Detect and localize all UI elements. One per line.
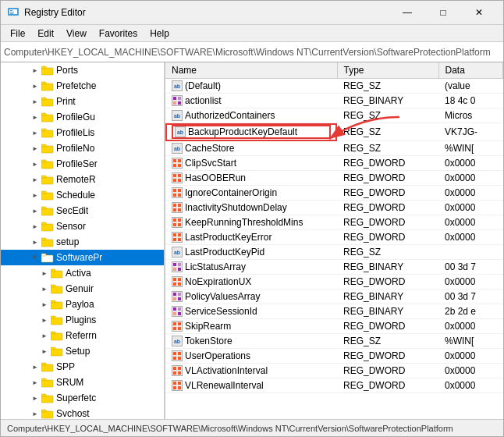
- tree-toggle[interactable]: ►: [29, 64, 41, 76]
- tree-toggle[interactable]: ►: [29, 126, 41, 139]
- table-row[interactable]: LastProductKeyErrorREG_DWORD0x0000: [165, 230, 503, 245]
- tree-toggle[interactable]: ►: [29, 407, 41, 419]
- tree-toggle[interactable]: ►: [29, 189, 41, 201]
- tree-item-21[interactable]: ► Superfetc: [1, 390, 164, 406]
- table-row[interactable]: VLRenewalIntervalREG_DWORD0x0000: [165, 378, 503, 393]
- svg-rect-95: [173, 297, 176, 300]
- table-row[interactable]: SkipRearmREG_DWORD0x0000: [165, 319, 503, 334]
- tree-item-12[interactable]: ► SoftwarePr: [1, 250, 164, 265]
- maximize-button[interactable]: □: [425, 1, 461, 25]
- table-row[interactable]: VLActivationIntervalREG_DWORD0x0000: [165, 364, 503, 378]
- table-row[interactable]: abBackupProductKeyDefaultREG_SZVK7JG-: [165, 123, 503, 141]
- tree-item-2[interactable]: ► Print: [1, 94, 164, 109]
- tree-item-18[interactable]: ► Setup: [1, 343, 164, 359]
- tree-toggle[interactable]: ►: [38, 314, 51, 326]
- menu-item-favorites[interactable]: Favorites: [93, 27, 144, 41]
- tree-item-4[interactable]: ► ProfileLis: [1, 125, 164, 140]
- col-header-name[interactable]: Name: [165, 62, 337, 79]
- table-row[interactable]: IgnoreContainerOriginREG_DWORD0x0000: [165, 186, 503, 201]
- tree-item-1[interactable]: ► Prefetche: [1, 78, 164, 94]
- sidebar[interactable]: ► Ports► Prefetche► Print► ProfileGu► Pr…: [1, 62, 165, 419]
- app-icon: [7, 5, 20, 20]
- title-bar: Registry Editor — □ ✕: [1, 1, 503, 25]
- tree-item-14[interactable]: ► Genuir: [1, 281, 164, 297]
- table-row[interactable]: LicStatusArrayREG_BINARY00 3d 7: [165, 260, 503, 275]
- tree-item-9[interactable]: ► SecEdit: [1, 203, 164, 218]
- tree-toggle[interactable]: ►: [29, 111, 41, 123]
- tree-item-5[interactable]: ► ProfileNo: [1, 140, 164, 156]
- svg-rect-94: [178, 297, 181, 300]
- table-row[interactable]: ClipSvcStartREG_DWORD0x0000: [165, 156, 503, 171]
- svg-rect-27: [41, 240, 53, 247]
- close-button[interactable]: ✕: [461, 1, 497, 25]
- tree-toggle[interactable]: ►: [29, 95, 41, 108]
- col-header-type[interactable]: Type: [337, 62, 438, 79]
- tree-item-19[interactable]: ► SPP: [1, 359, 164, 375]
- tree-toggle[interactable]: ►: [38, 298, 51, 311]
- svg-rect-14: [41, 129, 46, 131]
- tree-item-15[interactable]: ► Payloa: [1, 297, 164, 312]
- svg-rect-68: [178, 179, 181, 182]
- svg-rect-86: [178, 268, 181, 271]
- tree-toggle[interactable]: ►: [38, 329, 51, 342]
- menu-item-help[interactable]: Help: [144, 27, 176, 41]
- col-header-data[interactable]: Data: [438, 62, 503, 79]
- name-cell: UserOperations: [172, 350, 331, 361]
- tree-item-20[interactable]: ► SRUM: [1, 375, 164, 390]
- svg-rect-60: [178, 97, 181, 100]
- tree-toggle[interactable]: ►: [29, 236, 41, 248]
- tree-item-10[interactable]: ► Sensor: [1, 218, 164, 234]
- tree-toggle[interactable]: ►: [38, 282, 51, 295]
- menu-item-edit[interactable]: Edit: [31, 27, 60, 41]
- table-row[interactable]: UserOperationsREG_DWORD0x0000: [165, 349, 503, 364]
- menu-item-view[interactable]: View: [60, 27, 93, 41]
- table-row[interactable]: HasOOBERunREG_DWORD0x0000: [165, 171, 503, 186]
- tree-toggle[interactable]: ►: [29, 204, 41, 217]
- tree-toggle[interactable]: ►: [29, 392, 41, 404]
- tree-label: Superfetc: [56, 393, 96, 403]
- tree-item-0[interactable]: ► Ports: [1, 62, 164, 78]
- tree-item-8[interactable]: ► Schedule: [1, 187, 164, 203]
- tree-toggle[interactable]: ►: [29, 376, 41, 389]
- table-row[interactable]: abLastProductKeyPidREG_SZ: [165, 245, 503, 260]
- table-row[interactable]: PolicyValuesArrayREG_BINARY00 3d 7: [165, 290, 503, 304]
- tree-item-6[interactable]: ► ProfileSer: [1, 156, 164, 172]
- tree-item-7[interactable]: ► RemoteR: [1, 172, 164, 187]
- address-label: Computer\HKEY_LOCAL_MACHINE\SOFTWARE\Mic…: [4, 47, 491, 58]
- menu-item-file[interactable]: File: [4, 27, 31, 41]
- tree-item-13[interactable]: ► Activa: [1, 265, 164, 281]
- cell-data: 0x0000: [438, 319, 503, 334]
- table-row[interactable]: abTokenStoreREG_SZ%WIN[: [165, 334, 503, 349]
- name-text: AuthorizedContainers: [185, 110, 275, 121]
- name-cell: abTokenStore: [172, 336, 331, 346]
- reg-sz-icon: ab: [172, 336, 183, 346]
- table-row[interactable]: NoExpirationUXREG_DWORD0x0000: [165, 275, 503, 290]
- folder-icon: [41, 112, 54, 123]
- tree-toggle[interactable]: ►: [29, 80, 41, 92]
- table-row[interactable]: KeepRunningThresholdMinsREG_DWORD0x0000: [165, 215, 503, 230]
- table-row[interactable]: ServiceSessionIdREG_BINARY2b 2d e: [165, 304, 503, 319]
- name-text: InactivityShutdownDelay: [185, 202, 287, 213]
- tree-toggle[interactable]: ►: [38, 345, 51, 357]
- tree-toggle[interactable]: ►: [29, 361, 41, 373]
- tree-toggle[interactable]: ►: [29, 251, 41, 264]
- table-row[interactable]: ab(Default)REG_SZ(value: [165, 79, 503, 94]
- tree-item-3[interactable]: ► ProfileGu: [1, 109, 164, 125]
- table-row[interactable]: abCacheStoreREG_SZ%WIN[: [165, 141, 503, 156]
- tree-toggle[interactable]: ►: [29, 173, 41, 186]
- tree-item-17[interactable]: ► Referrn: [1, 328, 164, 343]
- tree-item-16[interactable]: ► Plugins: [1, 312, 164, 328]
- minimize-button[interactable]: —: [389, 1, 425, 25]
- table-row[interactable]: InactivityShutdownDelayREG_DWORD0x0000: [165, 201, 503, 215]
- tree-toggle[interactable]: ►: [29, 142, 41, 155]
- reg-dword-icon: [172, 321, 183, 332]
- table-row[interactable]: abAuthorizedContainersREG_SZMicros: [165, 108, 503, 123]
- tree-item-11[interactable]: ► setup: [1, 234, 164, 250]
- tree-toggle[interactable]: ►: [29, 220, 41, 233]
- cell-data: 18 4c 0: [438, 94, 503, 108]
- tree-item-22[interactable]: ► Svchost: [1, 406, 164, 419]
- tree-toggle[interactable]: ►: [38, 267, 51, 279]
- svg-rect-40: [51, 332, 55, 334]
- tree-toggle[interactable]: ►: [29, 158, 41, 170]
- table-row[interactable]: actionlistREG_BINARY18 4c 0: [165, 94, 503, 108]
